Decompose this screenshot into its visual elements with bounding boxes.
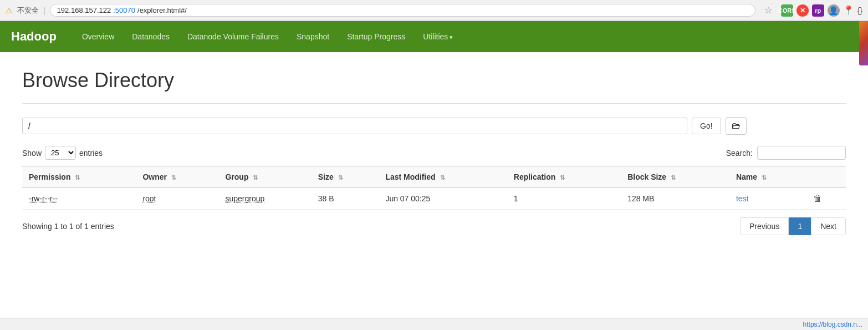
cors-extension-icon[interactable]: CORS: [781, 4, 793, 17]
main-content: Browse Directory Go! 🗁 Show 10 25 50 100…: [0, 52, 868, 252]
replication-value: 1: [514, 194, 518, 203]
folder-button[interactable]: 🗁: [726, 117, 747, 135]
col-size[interactable]: Size ⇅: [312, 167, 379, 188]
page-title: Browse Directory: [22, 69, 846, 92]
separator: |: [43, 6, 45, 15]
go-button[interactable]: Go!: [692, 118, 721, 134]
page-1-button[interactable]: 1: [789, 217, 811, 235]
col-block-size[interactable]: Block Size ⇅: [621, 167, 729, 188]
nav-item-datanodes[interactable]: Datanodes: [123, 22, 178, 51]
sort-icon-size: ⇅: [338, 174, 343, 181]
col-group[interactable]: Group ⇅: [218, 167, 311, 188]
path-bar: Go! 🗁: [22, 117, 846, 135]
cell-permission: -rw-r--r--: [22, 187, 136, 210]
path-input[interactable]: [22, 118, 687, 134]
col-permission[interactable]: Permission ⇅: [22, 167, 136, 188]
warning-icon: ⚠: [6, 6, 13, 15]
nav-item-overview[interactable]: Overview: [73, 22, 123, 51]
showing-text: Showing 1 to 1 of 1 entries: [22, 222, 114, 231]
nav-item-snapshot[interactable]: Snapshot: [288, 22, 338, 51]
sort-icon-last-modified: ⇅: [440, 174, 445, 181]
permission-value: -rw-r--r--: [29, 194, 58, 203]
sort-icon-permission: ⇅: [75, 174, 80, 181]
show-left: Show 10 25 50 100 entries: [22, 146, 103, 160]
next-button[interactable]: Next: [811, 217, 846, 235]
pin-extension-icon[interactable]: 📍: [843, 5, 854, 16]
sort-icon-block-size: ⇅: [671, 174, 676, 181]
url-host: 192.168.157.122: [57, 6, 111, 14]
warning-text: 不安全: [17, 6, 39, 16]
entries-select[interactable]: 10 25 50 100: [45, 146, 76, 160]
cell-block-size: 128 MB: [621, 187, 729, 210]
browser-chrome: ⚠ 不安全 | 192.168.157.122:50070/explorer.h…: [0, 0, 868, 21]
extension-icons: CORS ✕ rp 👤 📍 {}: [781, 4, 862, 17]
navbar: Hadoop Overview Datanodes Datanode Volum…: [0, 21, 868, 52]
delete-icon[interactable]: 🗑: [813, 194, 822, 203]
show-right: Search:: [726, 146, 846, 160]
brand-logo: Hadoop: [11, 29, 57, 44]
bookmark-icon[interactable]: ☆: [764, 5, 772, 16]
entries-label: entries: [79, 149, 103, 158]
cell-last-modified: Jun 07 00:25: [379, 187, 507, 210]
sort-icon-replication: ⇅: [560, 174, 565, 181]
cell-replication: 1: [507, 187, 621, 210]
sort-icon-name: ⇅: [762, 174, 767, 181]
block-size-value: 128 MB: [627, 194, 654, 203]
url-path: /explorer.html#/: [137, 6, 187, 14]
nav-item-utilities[interactable]: Utilities: [414, 22, 462, 51]
red-extension-icon[interactable]: ✕: [796, 4, 809, 17]
show-label: Show: [22, 149, 42, 158]
scroll-accent: [859, 21, 868, 65]
size-value: 38 B: [318, 194, 334, 203]
table-row: -rw-r--r-- root supergroup 38 B Jun 07 0…: [22, 187, 846, 210]
group-value: supergroup: [225, 194, 264, 203]
cell-name: test: [729, 187, 806, 210]
previous-button[interactable]: Previous: [740, 217, 789, 235]
col-actions: [806, 167, 846, 188]
rp-extension-icon[interactable]: rp: [812, 4, 824, 17]
show-entries-row: Show 10 25 50 100 entries Search:: [22, 146, 846, 160]
search-label: Search:: [726, 149, 753, 158]
url-port: :50070: [113, 6, 135, 14]
col-owner[interactable]: Owner ⇅: [136, 167, 218, 188]
sort-icon-owner: ⇅: [171, 174, 176, 181]
url-bar[interactable]: 192.168.157.122:50070/explorer.html#/: [50, 4, 755, 17]
footer-row: Showing 1 to 1 of 1 entries Previous 1 N…: [22, 217, 846, 235]
braces-extension-icon[interactable]: {}: [857, 6, 862, 15]
pagination: Previous 1 Next: [740, 217, 846, 235]
name-link[interactable]: test: [736, 194, 749, 203]
sort-icon-group: ⇅: [253, 174, 258, 181]
title-divider: [22, 103, 846, 104]
nav-item-datanode-volume-failures[interactable]: Datanode Volume Failures: [178, 22, 288, 51]
table-header-row: Permission ⇅ Owner ⇅ Group ⇅ Size ⇅ Last…: [22, 167, 846, 188]
search-input[interactable]: [757, 146, 846, 160]
last-modified-value: Jun 07 00:25: [385, 194, 430, 203]
nav-items: Overview Datanodes Datanode Volume Failu…: [73, 22, 462, 51]
cell-delete: 🗑: [806, 187, 846, 210]
cell-group: supergroup: [218, 187, 311, 210]
col-replication[interactable]: Replication ⇅: [507, 167, 621, 188]
col-name[interactable]: Name ⇅: [729, 167, 806, 188]
cell-owner: root: [136, 187, 218, 210]
directory-table: Permission ⇅ Owner ⇅ Group ⇅ Size ⇅ Last…: [22, 166, 846, 210]
person-extension-icon[interactable]: 👤: [828, 4, 840, 17]
cell-size: 38 B: [312, 187, 379, 210]
owner-value: root: [142, 194, 156, 203]
nav-item-startup-progress[interactable]: Startup Progress: [338, 22, 414, 51]
col-last-modified[interactable]: Last Modified ⇅: [379, 167, 507, 188]
